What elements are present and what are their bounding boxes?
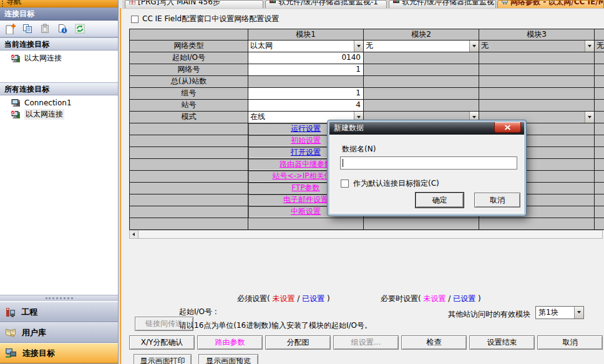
user-library-icon <box>5 327 17 338</box>
row-label: 网络类型 <box>130 41 248 52</box>
default-target-label: 作为默认连接目标指定(C) <box>353 178 439 189</box>
tree-item-label: Connection1 <box>24 98 72 107</box>
network-type-module4-dropdown[interactable]: 无 <box>595 41 604 52</box>
group-setting-button[interactable]: 组设置... <box>333 335 399 350</box>
operation-settings-link[interactable]: 运行设置 <box>291 124 321 133</box>
router-relay-link[interactable]: 路由器中继参数 <box>280 160 332 168</box>
dropdown-arrow-icon[interactable] <box>354 41 363 52</box>
network-type-module3-dropdown[interactable]: 无 <box>479 41 595 52</box>
row-label: 模式 <box>130 112 248 123</box>
doc-tab-device-monitor-2[interactable]: 软元件/缓冲存储器批量监视 <box>389 0 496 8</box>
tree-item-label: 以太网连接 <box>24 109 64 120</box>
screen-preview-button[interactable]: 显示画面预览 <box>198 354 258 364</box>
network-tab-icon <box>502 0 508 4</box>
active-window-edge <box>120 8 121 364</box>
sidebar-tab-project[interactable]: 工程 <box>0 302 118 322</box>
check-button[interactable]: 检查 <box>401 335 467 350</box>
dialog-cancel-button[interactable]: 取消 <box>474 193 520 208</box>
row-label: 网络号 <box>130 64 248 76</box>
section-header-all-connections: 所有连接目标 <box>0 82 118 95</box>
xy-assignment-confirm-button[interactable]: X/Y分配确认 <box>129 335 195 350</box>
text-caret <box>343 159 343 167</box>
dialog-titlebar[interactable]: 新建数据 <box>329 122 524 135</box>
property-icon[interactable] <box>56 22 69 36</box>
section-title: 所有连接目标 <box>4 85 49 93</box>
panel-title: 连接目标 <box>0 7 118 21</box>
doc-tab-program[interactable]: [PRG]写入 MAIN 456步 <box>125 0 263 8</box>
splitter-handle[interactable] <box>0 295 118 301</box>
tree-item-connection1[interactable]: Connection1 <box>0 97 118 108</box>
email-settings-link[interactable]: 电子邮件设置 <box>283 195 328 204</box>
routing-parameter-button[interactable]: 路由参数 <box>197 335 263 350</box>
network-no-module1-cell[interactable]: 1 <box>248 64 364 76</box>
required-set-label: 已设置 <box>302 294 324 303</box>
doc-tab-device-monitor-1[interactable]: 软元件/缓冲存储器批量监视-1 <box>265 0 387 8</box>
paste-icon[interactable] <box>38 22 52 36</box>
drag-handle-icon[interactable] <box>2 1 4 7</box>
station-no-module1-cell[interactable]: 4 <box>248 100 364 112</box>
dropdown-arrow-icon[interactable] <box>585 112 594 123</box>
sidebar-tab-connection-target[interactable]: 连接目标 <box>0 343 118 363</box>
new-data-icon[interactable] <box>3 22 17 36</box>
dropdown-arrow-icon[interactable] <box>469 41 479 52</box>
network-type-module1-dropdown[interactable]: 以太网 <box>248 41 364 52</box>
refresh-icon[interactable] <box>73 22 87 36</box>
row-start-io: 起始I/O号 0140 <box>130 52 604 64</box>
dialog-title: 新建数据 <box>334 123 364 132</box>
network-type-module2-dropdown[interactable]: 无 <box>364 41 479 52</box>
navigation-dock-titlebar[interactable]: 导航 <box>0 0 118 7</box>
sidebar-tab-user-library[interactable]: 用户库 <box>0 322 118 343</box>
data-name-label: 数据名(N) <box>342 144 376 155</box>
tree-item-label: 以太网连接 <box>24 53 62 64</box>
start-io-hint: 请以16点为单位(16进制数)输入安装了模块的起始I/O号。 <box>179 320 372 331</box>
window-top-border <box>122 8 604 9</box>
bottom-button-row: X/Y分配确认 路由参数 分配图 组设置... 检查 设置结束 取消 <box>129 335 603 350</box>
ok-button[interactable]: 确定 <box>416 193 464 208</box>
start-io-module1-cell[interactable]: 0140 <box>248 52 364 64</box>
tree-item-ethernet[interactable]: 以太网连接 <box>0 108 118 120</box>
row-total-stations: 总(从)站数 <box>130 76 604 88</box>
default-target-checkbox[interactable] <box>341 180 349 188</box>
data-name-input[interactable] <box>340 156 517 170</box>
connection-target-icon <box>5 348 17 358</box>
monitor-tab-icon <box>270 0 276 4</box>
open-settings-link[interactable]: 打开设置 <box>291 148 321 156</box>
scroll-left-arrow-icon[interactable] <box>130 231 139 238</box>
cancel-button[interactable]: 取消 <box>537 335 603 350</box>
optional-set-label: 已设置 <box>453 294 475 303</box>
group-no-module1-cell[interactable]: 1 <box>248 88 364 100</box>
section-title: 当前连接目标 <box>4 40 49 49</box>
column-header-module3: 模块3 <box>479 29 595 41</box>
dropdown-arrow-icon[interactable] <box>574 307 583 318</box>
row-label: 组号 <box>130 88 248 100</box>
ftp-parameters-link[interactable]: FTP参数 <box>291 183 319 192</box>
row-label: 站号 <box>130 100 248 112</box>
tree-item-ethernet-current[interactable]: 以太网连接 <box>0 52 118 64</box>
optional-unset-label: 未设置 <box>424 294 446 303</box>
valid-module-select[interactable]: 第1块 <box>535 306 584 319</box>
program-tab-icon <box>129 0 135 4</box>
navigation-panel: 导航 连接目标 当前连接目标 以太网连接 所有连接目标 <box>0 0 119 364</box>
column-header-module2: 模块2 <box>364 29 479 41</box>
pc-icon <box>11 98 21 107</box>
close-button[interactable] <box>494 122 521 133</box>
assignment-map-button[interactable]: 分配图 <box>265 335 331 350</box>
cc-ie-field-config-row: CC IE Field配置窗口中设置网络配置设置 <box>131 14 279 24</box>
setting-finish-button[interactable]: 设置结束 <box>469 335 535 350</box>
application-window: 导航 连接目标 当前连接目标 以太网连接 所有连接目标 <box>0 0 604 364</box>
section-header-current-connection: 当前连接目标 <box>0 37 118 50</box>
cc-ie-field-checkbox[interactable] <box>131 16 139 23</box>
required-setting-legend: 必须设置( 未设置 / 已设置 ) <box>237 294 330 304</box>
screen-print-button[interactable]: 显示画面打印 <box>134 354 192 364</box>
interrupt-settings-link[interactable]: 中断设置 <box>291 207 321 216</box>
copy-icon[interactable] <box>21 22 34 36</box>
cc-ie-field-checkbox-label: CC IE Field配置窗口中设置网络配置设置 <box>142 14 279 24</box>
row-label: 总(从)站数 <box>130 76 248 88</box>
horizontal-scrollbar[interactable] <box>129 230 603 239</box>
nav-toolbar <box>0 21 118 37</box>
valid-module-label: 其他站访问时的有效模块 <box>448 309 530 320</box>
dropdown-arrow-icon[interactable] <box>585 41 594 52</box>
pc-connected-icon <box>11 110 21 119</box>
doc-tab-network-parameter[interactable]: 网络参数 - 以太网/CC IE/MELSECNET <box>497 0 604 8</box>
initial-settings-link[interactable]: 初始设置 <box>291 136 321 145</box>
